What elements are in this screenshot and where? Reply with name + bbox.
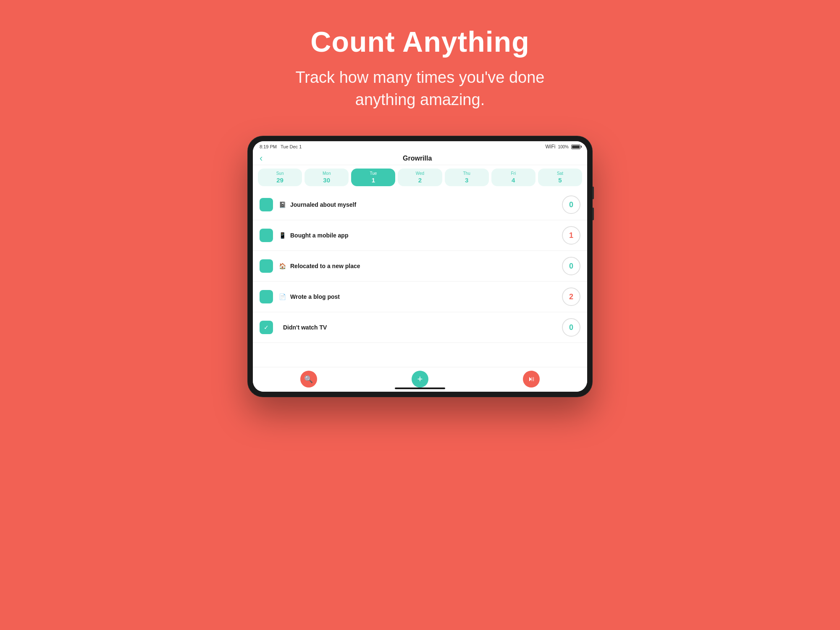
battery-pct: 100% bbox=[558, 145, 569, 149]
day-num: 5 bbox=[558, 177, 562, 184]
status-right: WiFi 100% bbox=[545, 144, 580, 150]
item-icon-wrap: ✓ bbox=[260, 321, 273, 334]
day-num: 29 bbox=[276, 177, 284, 184]
battery-fill bbox=[572, 145, 580, 148]
item-icon-wrap bbox=[260, 229, 273, 242]
item-label: Journaled about myself bbox=[290, 201, 558, 208]
list-item-4: 📄Wrote a blog post2 bbox=[253, 282, 587, 312]
day-name: Sun bbox=[276, 171, 284, 176]
item-count-circle[interactable]: 0 bbox=[562, 195, 580, 214]
item-label: Bought a mobile app bbox=[290, 232, 558, 239]
item-label: Relocated to a new place bbox=[290, 263, 558, 269]
device-wrapper: 8:19 PM Tue Dec 1 WiFi 100% ‹ Growrilla bbox=[248, 136, 592, 397]
day-num: 2 bbox=[418, 177, 422, 184]
item-count-circle[interactable]: 0 bbox=[562, 318, 580, 337]
day-name: Mon bbox=[323, 171, 331, 176]
items-list: 📓Journaled about myself0📱Bought a mobile… bbox=[253, 190, 587, 367]
item-emoji: 📓 bbox=[279, 201, 286, 208]
back-button[interactable]: ‹ bbox=[260, 154, 262, 163]
day-num: 3 bbox=[465, 177, 468, 184]
item-emoji: 🏠 bbox=[279, 263, 286, 269]
calendar-strip: Sun 29 Mon 30 Tue 1 Wed 2 Thu 3 Fri 4 Sa… bbox=[253, 165, 587, 190]
day-name: Wed bbox=[416, 171, 424, 176]
day-pill-sun29[interactable]: Sun 29 bbox=[258, 169, 302, 186]
list-item-1: 📓Journaled about myself0 bbox=[253, 190, 587, 220]
list-item-5: ✓Didn't watch TV0 bbox=[253, 312, 587, 343]
day-pill-tue1[interactable]: Tue 1 bbox=[351, 169, 395, 186]
day-pill-mon30[interactable]: Mon 30 bbox=[304, 169, 349, 186]
item-icon-wrap bbox=[260, 290, 273, 303]
app-title: Growrilla bbox=[262, 155, 572, 162]
day-pill-sat5[interactable]: Sat 5 bbox=[538, 169, 582, 186]
page-subtitle: Track how many times you've doneanything… bbox=[296, 66, 545, 111]
item-count-circle[interactable]: 2 bbox=[562, 287, 580, 306]
day-name: Sat bbox=[557, 171, 563, 176]
tab-bar: 🔍 + ⏯ bbox=[253, 367, 587, 392]
status-bar: 8:19 PM Tue Dec 1 WiFi 100% bbox=[253, 141, 587, 152]
day-name: Tue bbox=[370, 171, 377, 176]
item-emoji: 📄 bbox=[279, 293, 286, 300]
item-icon-wrap bbox=[260, 259, 273, 273]
search-button[interactable]: 🔍 bbox=[300, 371, 317, 387]
item-emoji: 📱 bbox=[279, 232, 286, 239]
item-label: Didn't watch TV bbox=[283, 324, 558, 331]
item-icon: ✓ bbox=[264, 324, 269, 331]
day-num: 30 bbox=[323, 177, 330, 184]
device-screen: 8:19 PM Tue Dec 1 WiFi 100% ‹ Growrilla bbox=[253, 141, 587, 392]
wifi-icon: WiFi bbox=[545, 144, 555, 150]
day-name: Fri bbox=[511, 171, 516, 176]
home-indicator bbox=[395, 387, 445, 389]
tab-add: + bbox=[364, 371, 475, 387]
device-frame: 8:19 PM Tue Dec 1 WiFi 100% ‹ Growrilla bbox=[248, 136, 592, 397]
side-button-2 bbox=[592, 208, 594, 220]
item-icon-wrap bbox=[260, 198, 273, 211]
side-button-1 bbox=[592, 187, 594, 199]
page-title: Count Anything bbox=[296, 25, 545, 58]
add-button[interactable]: + bbox=[412, 371, 428, 387]
item-count-circle[interactable]: 0 bbox=[562, 257, 580, 275]
day-pill-wed2[interactable]: Wed 2 bbox=[398, 169, 442, 186]
app-nav: ‹ Growrilla bbox=[253, 152, 587, 165]
status-time: 8:19 PM Tue Dec 1 bbox=[260, 144, 302, 149]
day-num: 4 bbox=[512, 177, 515, 184]
list-item-3: 🏠Relocated to a new place0 bbox=[253, 251, 587, 282]
day-name: Thu bbox=[463, 171, 470, 176]
tab-settings: ⏯ bbox=[476, 371, 587, 387]
day-pill-fri4[interactable]: Fri 4 bbox=[491, 169, 536, 186]
item-count-circle[interactable]: 1 bbox=[562, 226, 580, 245]
day-num: 1 bbox=[372, 177, 375, 184]
tab-search: 🔍 bbox=[253, 371, 364, 387]
settings-button[interactable]: ⏯ bbox=[523, 371, 540, 387]
page-header: Count Anything Track how many times you'… bbox=[296, 25, 545, 111]
battery-icon bbox=[571, 145, 580, 149]
day-pill-thu3[interactable]: Thu 3 bbox=[445, 169, 489, 186]
item-label: Wrote a blog post bbox=[290, 293, 558, 300]
list-item-2: 📱Bought a mobile app1 bbox=[253, 220, 587, 251]
